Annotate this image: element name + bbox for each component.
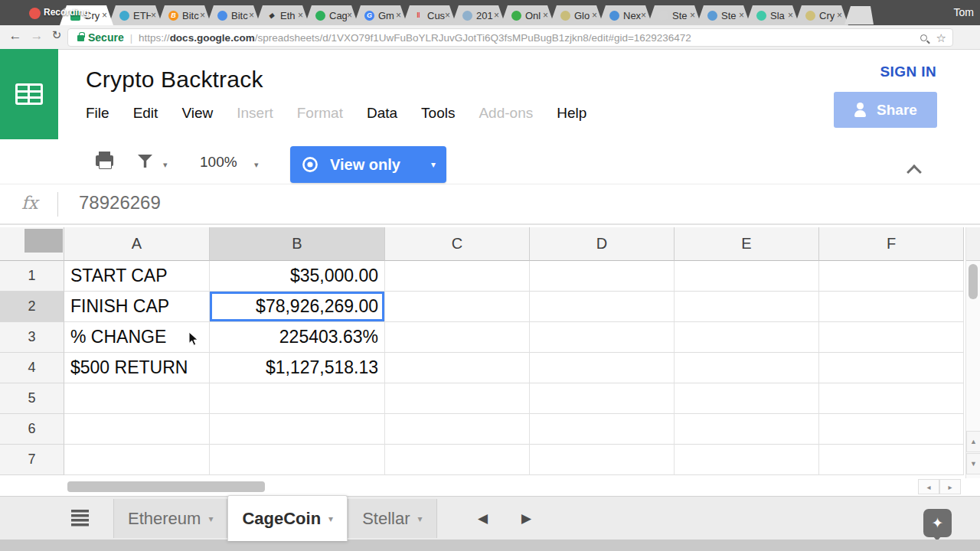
sheet-tab-caret-icon[interactable]: ▾ [208,514,213,524]
cell-a[interactable]: START CAP [64,261,210,292]
cell-f[interactable] [819,414,964,445]
select-all-corner[interactable] [0,227,64,261]
horizontal-scrollbar-thumb[interactable] [67,481,265,492]
cell-b[interactable] [210,445,385,475]
cell-d[interactable] [530,261,675,292]
browser-tab[interactable]: ◆ Eth × [256,5,309,25]
scroll-right-button[interactable]: ▸ [939,479,961,494]
cell-c[interactable] [385,353,530,383]
cell-d[interactable] [530,353,675,383]
column-header-f[interactable]: F [819,227,964,261]
cell-d[interactable] [530,322,675,353]
cell-c[interactable] [385,322,530,353]
cell-a[interactable] [64,383,210,414]
page-zoom-icon[interactable] [920,34,927,41]
all-sheets-menu-icon[interactable] [71,510,89,527]
row-header[interactable]: 4 [0,353,64,383]
share-button[interactable]: Share [834,92,937,128]
cell-e[interactable] [675,261,819,292]
cell-a[interactable]: $500 RETURN [64,353,210,383]
cell-f[interactable] [819,445,964,475]
formula-input[interactable]: 78926269 [79,192,161,214]
column-header-a[interactable]: A [64,227,210,261]
tab-close-icon[interactable]: × [494,11,499,20]
sheet-tab-caret-icon[interactable]: ▾ [418,514,423,524]
browser-tab[interactable]: B Bitc × [158,5,211,25]
filter-icon[interactable] [138,155,152,168]
cell-c[interactable] [385,383,530,414]
cell-b[interactable]: $35,000.00 [210,261,385,292]
cell-e[interactable] [675,445,819,475]
zoom-level[interactable]: 100% [200,154,237,171]
browser-tab[interactable]: Sla × [746,5,799,25]
cell-e[interactable] [675,353,819,383]
column-header-c[interactable]: C [385,227,530,261]
cell-e[interactable] [675,292,819,322]
browser-tab[interactable]: Nex × [599,5,652,25]
column-header-e[interactable]: E [675,227,819,261]
cell-a[interactable] [64,445,210,475]
browser-tab[interactable]: G Gm × [354,5,407,25]
view-only-caret-icon[interactable]: ▾ [431,159,436,170]
browser-tab[interactable]: Bitc × [207,5,260,25]
scroll-up-button[interactable]: ▲ [966,431,980,452]
tab-close-icon[interactable]: × [592,11,597,20]
cell-f[interactable] [819,383,964,414]
menu-item[interactable]: Edit [133,105,158,122]
cell-d[interactable] [530,383,675,414]
cell-b[interactable] [210,383,385,414]
tab-close-icon[interactable]: × [641,11,646,20]
sheets-logo[interactable] [0,49,58,139]
cell-f[interactable] [819,322,964,353]
cell-b[interactable] [210,414,385,445]
vertical-scrollbar-thumb[interactable] [969,264,978,299]
browser-tab[interactable]: Ste × [697,5,750,25]
tab-close-icon[interactable]: × [249,11,254,20]
tab-close-icon[interactable]: × [837,11,842,20]
bookmark-star-icon[interactable]: ☆ [936,32,946,44]
cell-e[interactable] [675,322,819,353]
sheet-tab-caret-icon[interactable]: ▾ [328,514,333,524]
tab-close-icon[interactable]: × [543,11,548,20]
cell-e[interactable] [675,414,819,445]
browser-tab[interactable]: Onl × [501,5,554,25]
zoom-caret-icon[interactable]: ▾ [254,160,259,170]
filter-caret-icon[interactable]: ▾ [163,160,168,170]
sheet-nav-prev-icon[interactable]: ◀ [478,510,488,527]
sheet-tab[interactable]: Stellar ▾ [348,499,436,538]
document-title[interactable]: Crypto Backtrack [86,67,263,93]
cell-b[interactable]: 225403.63% [210,322,385,353]
browser-tab[interactable]: ETH × [109,5,162,25]
menu-item[interactable]: File [86,105,109,122]
cell-c[interactable] [385,445,530,475]
cell-f[interactable] [819,353,964,383]
tab-close-icon[interactable]: × [102,11,107,20]
sheet-tab[interactable]: CageCoin ▾ [227,495,348,541]
cell-b[interactable]: $78,926,269.00 [210,292,385,322]
cell-b[interactable]: $1,127,518.13 [210,353,385,383]
collapse-toolbar-icon[interactable] [909,164,921,176]
tab-close-icon[interactable]: × [298,11,303,20]
tab-close-icon[interactable]: × [347,11,352,20]
browser-tab[interactable]: ‖ Cus × [403,5,456,25]
browser-tab[interactable]: Cry × [795,5,848,25]
cell-e[interactable] [675,383,819,414]
row-header[interactable]: 1 [0,261,64,292]
sheet-tab[interactable]: Ethereum ▾ [113,499,227,538]
menu-item[interactable]: Tools [421,105,455,122]
sheet-nav-next-icon[interactable]: ▶ [521,510,531,527]
menu-item[interactable]: Insert [237,105,273,122]
window-close-button[interactable] [29,8,41,19]
new-tab-button[interactable] [844,6,874,24]
browser-tab[interactable]: Ste × [648,5,701,25]
cell-a[interactable]: FINISH CAP [64,292,210,322]
sign-in-button[interactable]: SIGN IN [880,64,936,80]
browser-tab[interactable]: 201 × [452,5,505,25]
row-header[interactable]: 2 [0,292,64,322]
url-field[interactable]: Secure | https://docs.google.com/spreads… [67,28,953,47]
scroll-down-button[interactable]: ▼ [966,453,980,474]
row-header[interactable]: 3 [0,322,64,353]
row-header[interactable]: 6 [0,414,64,445]
column-header-b[interactable]: B [210,227,385,261]
cell-f[interactable] [819,292,964,322]
